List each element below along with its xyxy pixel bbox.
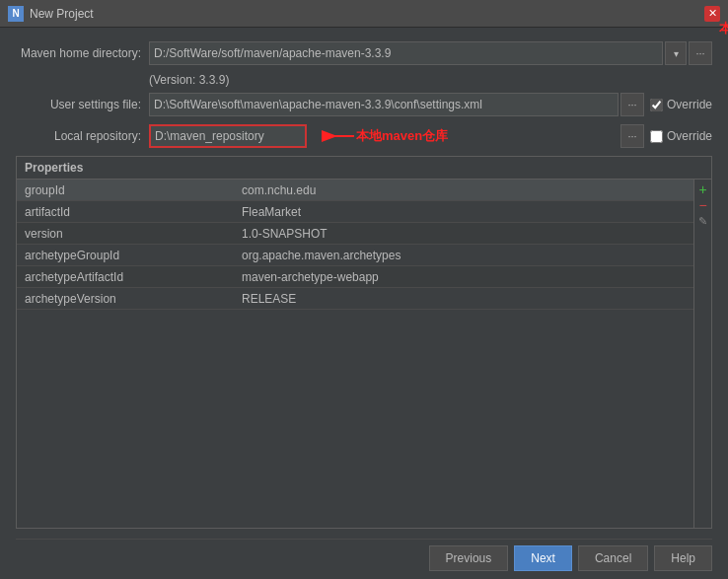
local-repo-annotation: 本地maven仓库 <box>356 127 448 145</box>
maven-home-dropdown-btn[interactable]: ▾ <box>665 41 687 65</box>
table-row[interactable]: groupIdcom.nchu.edu <box>17 180 693 201</box>
local-repo-input-area: 本地maven仓库 ··· <box>149 124 644 148</box>
local-repo-row: Local repository: 本地maven仓库 ··· <box>16 124 712 148</box>
prop-key: artifactId <box>17 205 234 219</box>
prop-key: archetypeVersion <box>17 292 234 306</box>
prop-value: com.nchu.edu <box>234 183 693 197</box>
table-row[interactable]: version1.0-SNAPSHOT <box>17 223 693 245</box>
table-row[interactable]: artifactIdFleaMarket <box>17 201 693 223</box>
user-settings-input-area: ··· <box>149 93 644 116</box>
dialog-body: Maven home directory: ▾ ··· 本地maven目录 (V… <box>0 28 728 579</box>
maven-home-label: Maven home directory: <box>16 46 149 60</box>
properties-header: Properties <box>17 157 711 180</box>
properties-list: groupIdcom.nchu.eduartifactIdFleaMarketv… <box>17 180 693 528</box>
user-settings-row: User settings file: ··· Override <box>16 93 712 116</box>
prop-value: maven-archetype-webapp <box>234 270 693 284</box>
maven-home-browse-btn[interactable]: ··· <box>689 41 712 65</box>
user-settings-browse-btn[interactable]: ··· <box>620 93 644 116</box>
table-row[interactable]: archetypeVersionRELEASE <box>17 288 693 310</box>
maven-home-input-area: ▾ ··· <box>149 41 712 65</box>
prop-value: FleaMarket <box>234 205 693 219</box>
table-row[interactable]: archetypeArtifactIdmaven-archetype-webap… <box>17 266 693 288</box>
properties-panel: Properties groupIdcom.nchu.eduartifactId… <box>16 156 712 529</box>
help-button[interactable]: Help <box>654 545 712 571</box>
properties-table: groupIdcom.nchu.eduartifactIdFleaMarketv… <box>17 180 711 528</box>
edit-property-btn[interactable]: ✎ <box>695 213 711 229</box>
remove-property-btn[interactable]: − <box>695 197 711 213</box>
user-settings-override-label: Override <box>667 98 712 111</box>
local-repo-annotation-area: 本地maven仓库 <box>317 126 448 146</box>
local-repo-override-checkbox[interactable] <box>650 130 663 143</box>
title-bar: N New Project ✕ <box>0 0 728 28</box>
user-settings-input[interactable] <box>149 93 619 116</box>
cancel-button[interactable]: Cancel <box>578 545 648 571</box>
local-repo-override-area: Override <box>650 129 712 143</box>
prop-value: RELEASE <box>234 292 693 306</box>
properties-actions: + − ✎ <box>693 180 711 528</box>
add-property-btn[interactable]: + <box>695 181 711 197</box>
version-text: (Version: 3.3.9) <box>149 73 229 87</box>
local-repo-label: Local repository: <box>16 129 149 143</box>
user-settings-override-area: Override <box>650 98 712 111</box>
prop-key: version <box>17 227 234 241</box>
prop-key: archetypeGroupId <box>17 249 234 262</box>
table-row[interactable]: archetypeGroupIdorg.apache.maven.archety… <box>17 245 693 266</box>
local-repo-input[interactable] <box>149 124 307 148</box>
maven-home-input[interactable] <box>149 41 663 65</box>
version-row: (Version: 3.3.9) <box>149 73 712 87</box>
local-repo-arrow-icon <box>317 126 356 146</box>
local-repo-override-label: Override <box>667 129 712 143</box>
dialog-footer: Previous Next Cancel Help <box>16 539 712 571</box>
prop-value: org.apache.maven.archetypes <box>234 249 693 262</box>
maven-home-row: Maven home directory: ▾ ··· 本地maven目录 <box>16 41 712 65</box>
prop-value: 1.0-SNAPSHOT <box>234 227 693 241</box>
prop-key: groupId <box>17 183 234 197</box>
next-button[interactable]: Next <box>514 545 572 571</box>
user-settings-label: User settings file: <box>16 98 149 111</box>
previous-button[interactable]: Previous <box>429 545 509 571</box>
dialog-title: New Project <box>30 7 698 21</box>
maven-annotation: 本地maven目录 <box>719 20 728 37</box>
user-settings-override-checkbox[interactable] <box>650 99 663 111</box>
close-button[interactable]: ✕ <box>704 6 720 22</box>
app-icon: N <box>8 6 24 22</box>
prop-key: archetypeArtifactId <box>17 270 234 284</box>
local-repo-browse-btn[interactable]: ··· <box>620 124 644 148</box>
